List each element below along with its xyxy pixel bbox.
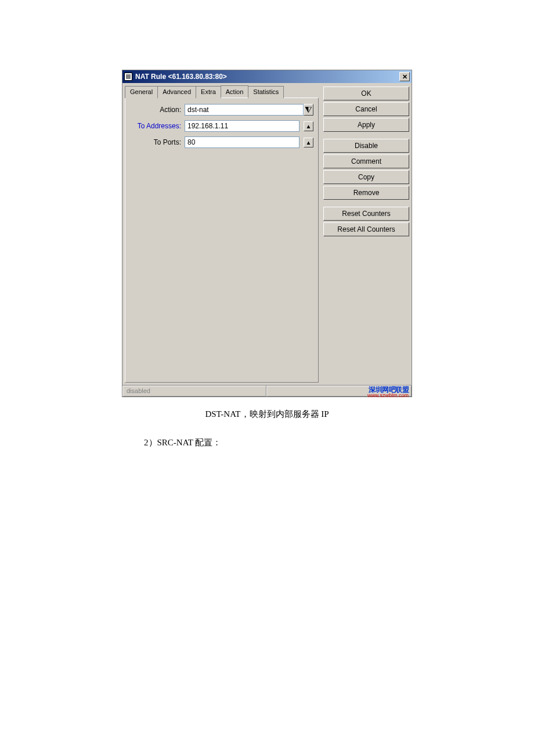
reset-counters-button[interactable]: Reset Counters xyxy=(323,207,409,221)
tab-statistics[interactable]: Statistics xyxy=(248,86,284,98)
button-separator xyxy=(323,134,409,137)
cancel-button[interactable]: Cancel xyxy=(323,102,409,116)
ok-button[interactable]: OK xyxy=(323,87,409,100)
window-body: General Advanced Extra Action Statistics… xyxy=(122,83,412,385)
watermark: 深圳网吧联盟 www.szwblm.com xyxy=(367,386,409,398)
tab-content-action: Action: ⧨ To Addresses: ▲ To Ports: ▲ xyxy=(125,98,319,383)
action-row: Action: ⧨ xyxy=(130,104,313,116)
remove-button[interactable]: Remove xyxy=(323,186,409,200)
app-icon xyxy=(124,73,132,81)
figure-caption: DST-NAT，映射到内部服务器 IP xyxy=(0,409,534,420)
tab-extra[interactable]: Extra xyxy=(196,86,221,98)
tab-action[interactable]: Action xyxy=(221,85,249,98)
to-ports-collapse-button[interactable]: ▲ xyxy=(304,138,313,147)
watermark-url: www.szwblm.com xyxy=(367,393,409,398)
action-input[interactable] xyxy=(185,104,304,116)
left-panel: General Advanced Extra Action Statistics… xyxy=(125,85,319,383)
window-title: NAT Rule <61.163.80.83:80> xyxy=(135,73,399,81)
to-ports-row: To Ports: ▲ xyxy=(130,136,313,148)
titlebar[interactable]: NAT Rule <61.163.80.83:80> ✕ xyxy=(122,70,412,83)
reset-all-counters-button[interactable]: Reset All Counters xyxy=(323,222,409,236)
tab-general[interactable]: General xyxy=(125,86,158,98)
status-bar: disabled 深圳网吧联盟 www.szwblm.com xyxy=(122,385,412,397)
to-ports-input[interactable] xyxy=(185,136,300,148)
to-addresses-collapse-button[interactable]: ▲ xyxy=(304,121,313,131)
disable-button[interactable]: Disable xyxy=(323,139,409,153)
close-button[interactable]: ✕ xyxy=(399,72,410,81)
action-label: Action: xyxy=(130,106,182,114)
to-addresses-input[interactable] xyxy=(185,120,300,132)
status-text: disabled xyxy=(122,386,266,397)
action-dropdown-button[interactable]: ⧨ xyxy=(304,104,313,116)
right-button-panel: OK Cancel Apply Disable Comment Copy Rem… xyxy=(323,85,409,383)
tab-bar: General Advanced Extra Action Statistics xyxy=(125,85,319,98)
action-combo: ⧨ xyxy=(185,104,313,116)
comment-button[interactable]: Comment xyxy=(323,154,409,168)
to-addresses-row: To Addresses: ▲ xyxy=(130,120,313,132)
nat-rule-window: NAT Rule <61.163.80.83:80> ✕ General Adv… xyxy=(122,70,412,397)
to-addresses-label[interactable]: To Addresses: xyxy=(130,122,182,130)
apply-button[interactable]: Apply xyxy=(323,118,409,132)
tab-advanced[interactable]: Advanced xyxy=(157,86,196,98)
copy-button[interactable]: Copy xyxy=(323,170,409,184)
button-separator xyxy=(323,201,409,205)
status-cell-right: 深圳网吧联盟 www.szwblm.com xyxy=(266,386,412,397)
to-ports-label: To Ports: xyxy=(130,138,182,146)
section-heading: 2）SRC-NAT 配置： xyxy=(144,437,534,448)
